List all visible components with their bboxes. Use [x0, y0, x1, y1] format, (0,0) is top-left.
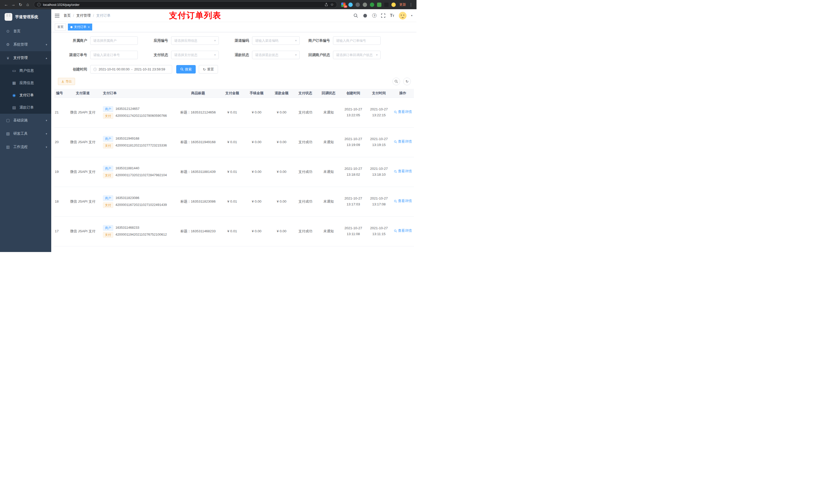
magnifier-icon — [180, 68, 184, 71]
extension-icon-3[interactable] — [370, 3, 374, 7]
view-detail-link[interactable]: 查看详情 — [394, 228, 412, 234]
refresh-table-button[interactable]: ↻ — [403, 78, 411, 85]
browser-forward-icon[interactable]: → — [10, 1, 17, 8]
cell-notify: 未通知 — [317, 157, 340, 187]
filter-select-app-no[interactable]: 请选择应用信息▾ — [171, 37, 219, 45]
view-detail-link[interactable]: 查看详情 — [394, 139, 412, 144]
date-end-value[interactable]: 2021-10-31 23:59:59 — [134, 67, 165, 71]
chevron-down-icon[interactable]: ▾ — [411, 14, 412, 17]
cell-channel: 微信 JSAPI 支付 — [65, 98, 101, 127]
breadcrumb-home[interactable]: 首页 — [64, 13, 71, 18]
cell-notify: 未通知 — [317, 127, 340, 157]
fullscreen-icon[interactable] — [381, 14, 385, 18]
cell-pay-order: 商户1635311823086支付42000011672021102710224… — [101, 187, 176, 216]
avatar[interactable] — [399, 12, 406, 20]
cell-fee — [244, 246, 269, 252]
cell-pay-order: 商户1635311949168支付42000011812021102777232… — [101, 127, 176, 157]
cell-amount — [220, 246, 244, 252]
browser-reload-icon[interactable]: ↻ — [17, 1, 24, 8]
cell-created-time: 2021-10-27 13:19:09 — [340, 127, 366, 157]
address-bar[interactable]: i localhost:1024/pay/order ☆ — [34, 1, 337, 8]
sidebar-item-refund-order[interactable]: ▤退款订单 — [0, 101, 51, 114]
screenshot-root: ← → ↻ ⌂ i localhost:1024/pay/order ☆ 10 … — [0, 0, 416, 252]
sidebar-item-merchant-info[interactable]: ▭商户信息 — [0, 65, 51, 77]
cell-notify: 未通知 — [317, 187, 340, 216]
merchant-order-line: 商户1635311823086 — [103, 195, 175, 201]
view-detail-link[interactable]: 查看详情 — [394, 198, 412, 204]
cell-created-time: 2021-10-27 13:17:03 — [340, 187, 366, 216]
share-icon[interactable] — [325, 3, 328, 6]
toggle-search-button[interactable] — [392, 78, 400, 85]
cell-fee: ¥ 0.00 — [244, 98, 269, 127]
extension-icon-4[interactable] — [377, 3, 381, 7]
table-row: 20微信 JSAPI 支付商户1635311949168支付4200001181… — [54, 127, 414, 157]
hamburger-icon[interactable] — [55, 9, 60, 22]
extension-drop-icon[interactable] — [348, 3, 353, 7]
filter-input-merchant[interactable]: 请选择所属商户 — [90, 37, 138, 45]
sidebar-item-system[interactable]: ⚙系统管理▾ — [0, 38, 51, 51]
sidebar-item-app-info[interactable]: ▦应用信息 — [0, 77, 51, 89]
cell-created-time: 2021-10-27 13:22:05 — [340, 98, 366, 127]
filter-select-notify-status[interactable]: 请选择订单回调商户状态▾ — [333, 51, 381, 59]
main-area: 首页 / 支付管理 / 支付订单 支付订单列表 ? — [51, 9, 416, 252]
tab-pay-order[interactable]: 支付订单 × — [68, 24, 92, 30]
merchant-order-line: 商户1635311881440 — [103, 166, 175, 171]
extension-icon-1[interactable] — [356, 3, 360, 7]
sidebar-item-home[interactable]: ⊙首页 — [0, 25, 51, 38]
chevron-down-icon: ▾ — [46, 119, 47, 122]
font-size-icon[interactable]: TT — [390, 14, 394, 18]
filter-field-app-no: 应用编号请选择应用信息▾ — [145, 37, 227, 45]
extension-face-icon[interactable] — [391, 3, 396, 7]
sidebar-item-pay-order[interactable]: ◉支付订单 — [0, 89, 51, 101]
bankcard-icon: ▭ — [12, 68, 16, 73]
filter-label: 回调商户状态 — [307, 53, 333, 57]
cell-created-time — [340, 246, 366, 252]
date-start-value[interactable]: 2021-10-01 00:00:00 — [99, 67, 129, 71]
filter-select-pay-status[interactable]: 请选择支付状态▾ — [171, 51, 219, 59]
extensions-puzzle-icon[interactable]: 10 — [341, 3, 346, 7]
cell-status: 支付成功 — [294, 157, 317, 187]
search-button[interactable]: 搜索 — [176, 65, 196, 73]
cell-channel: 微信 JSAPI 支付 — [65, 216, 101, 246]
filter-label: 创建时间 — [65, 67, 90, 72]
breadcrumb-pay-manage[interactable]: 支付管理 — [76, 13, 91, 18]
browser-back-icon[interactable]: ← — [3, 1, 10, 8]
export-button-label: 导出 — [66, 79, 72, 84]
view-detail-link[interactable]: 查看详情 — [394, 110, 412, 115]
filter-input-merchant-order-no[interactable]: 请输入商户订单编号 — [333, 37, 381, 45]
search-icon[interactable] — [354, 13, 358, 18]
sidebar-item-dev-tools[interactable]: ▧研发工具▾ — [0, 127, 51, 140]
browser-home-icon[interactable]: ⌂ — [24, 1, 31, 8]
close-icon[interactable]: × — [88, 26, 90, 29]
help-icon[interactable]: ? — [372, 13, 377, 18]
cell-refund: ¥ 0.00 — [269, 216, 294, 246]
extension-pin-icon[interactable] — [384, 3, 388, 7]
browser-update-button[interactable]: 更新 — [399, 2, 406, 7]
filter-label: 渠道编码 — [227, 39, 252, 43]
filter-select-refund-status[interactable]: 请选择退款状态▾ — [252, 51, 300, 59]
reset-button[interactable]: ↻ 重置 — [199, 65, 218, 73]
tab-home[interactable]: 首页 — [55, 24, 66, 30]
filter-select-channel-code[interactable]: 请输入渠道编码▾ — [252, 37, 300, 45]
date-range-input[interactable]: 2021-10-01 00:00:00 - 2021-10-31 23:59:5… — [90, 65, 172, 73]
yen-icon: ¥ — [6, 56, 10, 60]
filter-field-merchant-order-no: 商户订单编号请输入商户订单编号 — [307, 37, 388, 45]
sidebar-item-payment[interactable]: ¥支付管理▴ — [0, 51, 51, 65]
cell-id — [54, 246, 65, 252]
table-row: 19微信 JSAPI 支付商户1635311881440支付4200001173… — [54, 157, 414, 187]
page-info-icon[interactable]: i — [37, 3, 41, 6]
browser-menu-icon[interactable]: ⋮ — [408, 2, 414, 7]
github-icon[interactable] — [363, 13, 367, 18]
bookmark-star-icon[interactable]: ☆ — [330, 2, 334, 7]
sidebar-item-infrastructure[interactable]: ▢基础设施▾ — [0, 114, 51, 127]
app-logo[interactable]: 芋道管理系统 — [0, 9, 51, 25]
sidebar-item-workflow[interactable]: ▥工作流程▾ — [0, 140, 51, 154]
cell-fee: ¥ 0.00 — [244, 157, 269, 187]
filter-input-channel-order-no[interactable]: 请输入渠道订单号 — [90, 51, 138, 59]
cell-status: 支付成功 — [294, 127, 317, 157]
view-detail-link[interactable]: 查看详情 — [394, 169, 412, 174]
filter-field-notify-status: 回调商户状态请选择订单回调商户状态▾ — [307, 51, 388, 59]
export-button[interactable]: 导出 — [58, 78, 75, 85]
extension-icon-2[interactable] — [363, 3, 367, 7]
tab-label: 首页 — [57, 25, 64, 29]
